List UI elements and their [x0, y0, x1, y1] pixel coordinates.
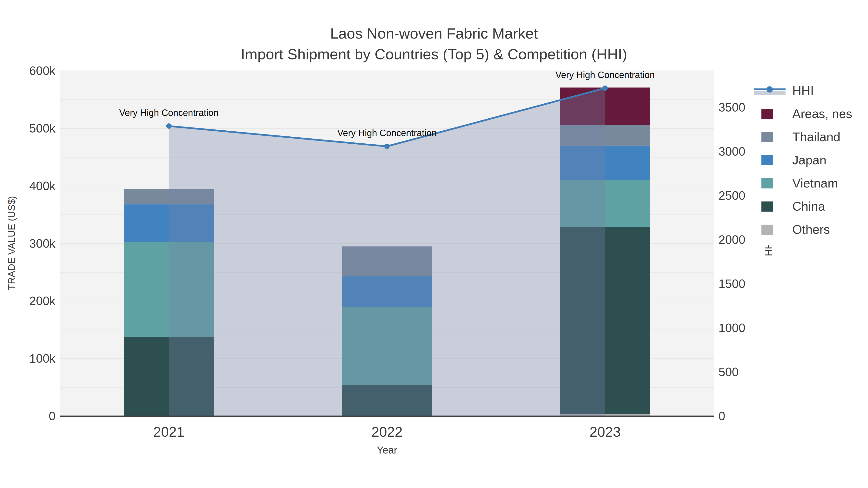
figure-root: { "title": { "line1": "Laos Non-woven Fa… — [0, 0, 868, 488]
y-left-tick-label: 400k — [29, 179, 56, 193]
chart-title: Laos Non-woven Fabric Market Import Ship… — [0, 23, 868, 65]
others-swatch-icon — [754, 224, 785, 235]
hhi-line-swatch-icon — [754, 85, 785, 96]
legend-item-areas-nes[interactable]: Areas, nes — [748, 102, 868, 125]
chart-canvas: 0100k200k300k400k500k600k050010001500200… — [0, 0, 868, 488]
y-right-tick-label: 3000 — [718, 145, 745, 158]
japan-swatch-icon — [754, 154, 785, 166]
y-left-tick-label: 100k — [29, 352, 56, 365]
chart-title-line1: Laos Non-woven Fabric Market — [0, 23, 868, 44]
y-right-tick-label: 0 — [718, 410, 725, 423]
legend-item-china[interactable]: China — [748, 195, 868, 218]
legend-item-hhi[interactable]: HHI — [748, 79, 868, 102]
y-right-tick-label: 3500 — [718, 101, 745, 114]
legend-label: China — [792, 199, 825, 214]
legend-item-vietnam[interactable]: Vietnam — [748, 171, 868, 195]
legend-label: Japan — [792, 153, 827, 167]
legend-label: Thailand — [792, 130, 840, 144]
legend-label: HHI — [792, 84, 814, 98]
legend-item-others[interactable]: Others — [748, 218, 868, 241]
y-right-tick-label: 1000 — [718, 321, 745, 335]
y-right-tick-label: 1500 — [718, 277, 745, 291]
x-axis-title: Year — [25, 444, 749, 456]
y-left-tick-label: 0 — [49, 410, 56, 423]
hhi-marker-2022[interactable] — [384, 143, 390, 149]
vietnam-swatch-icon — [754, 177, 785, 189]
chart-title-line2: Import Shipment by Countries (Top 5) & C… — [0, 44, 868, 65]
x-tick-label: 2023 — [590, 424, 621, 440]
x-tick-label: 2021 — [153, 424, 184, 440]
legend-item-japan[interactable]: Japan — [748, 149, 868, 171]
y-left-tick-label: 600k — [29, 64, 56, 77]
y-right-tick-label: 2500 — [718, 189, 745, 202]
annotation-very-high-concentration: Very High Concentration — [337, 128, 437, 138]
annotation-very-high-concentration: Very High Concentration — [556, 70, 655, 80]
legend-label: Others — [792, 222, 830, 237]
legend-label: Vietnam — [792, 176, 838, 190]
thailand-swatch-icon — [754, 131, 785, 143]
legend-label: Areas, nes — [792, 106, 852, 121]
areas-nes-swatch-icon — [754, 108, 785, 120]
y-left-tick-label: 200k — [29, 294, 56, 308]
y-right-tick-label: 500 — [718, 365, 739, 379]
y-left-tick-label: 500k — [29, 122, 56, 135]
hhi-marker-2021[interactable] — [166, 123, 172, 129]
y-left-tick-label: 300k — [29, 237, 56, 250]
y-right-tick-label: 2000 — [718, 233, 745, 247]
annotation-very-high-concentration: Very High Concentration — [119, 108, 218, 118]
hhi-marker-2023[interactable] — [602, 86, 608, 91]
x-tick-label: 2022 — [371, 424, 402, 440]
legend-item-thailand[interactable]: Thailand — [748, 125, 868, 149]
y-left-axis-title: TRADE VALUE (US$) — [6, 123, 17, 364]
legend: HHI Areas, nes Thailand Japan Vietnam Ch… — [748, 77, 868, 245]
china-swatch-icon — [754, 200, 785, 212]
